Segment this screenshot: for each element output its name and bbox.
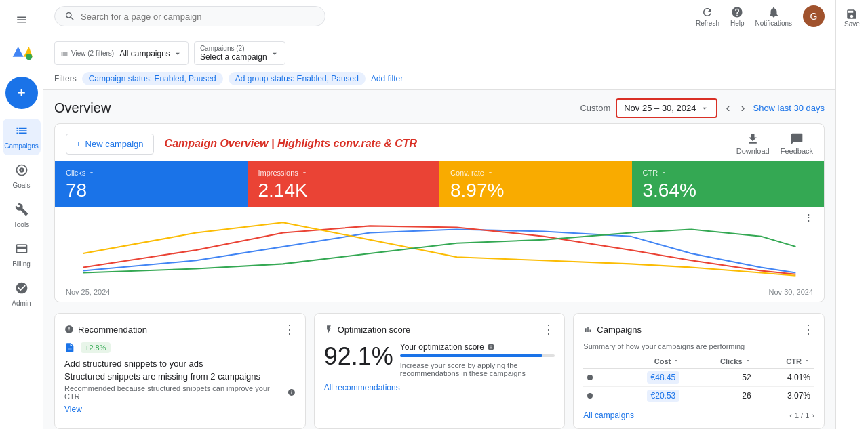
notifications-button[interactable]: Notifications (755, 6, 792, 27)
campaign-selector-label: Campaigns (2) (200, 45, 267, 52)
all-recommendations-link[interactable]: All recommendations (324, 383, 555, 392)
cards-grid: Recommendation ⋮ +2.8% Add structured sn… (54, 313, 825, 429)
prev-page[interactable]: ‹ (789, 411, 792, 420)
save-button[interactable]: Save (842, 5, 863, 30)
chart-dates: Nov 25, 2024 Nov 30, 2024 (55, 288, 824, 302)
save-label: Save (844, 20, 860, 28)
download-icon (746, 132, 760, 146)
metric-conv-rate: Conv. rate 8.97% (439, 161, 632, 207)
date-prev[interactable]: ‹ (723, 98, 732, 118)
new-campaign-button[interactable]: + New campaign (66, 134, 154, 155)
campaigns-table: Cost Clicks CTR (583, 354, 814, 405)
rec-item-icon (64, 342, 75, 353)
opt-title: Optimization score (338, 325, 411, 335)
col-clicks[interactable]: Clicks (684, 354, 755, 369)
left-sidebar: + Campaigns Goals Tools Billing Admin (0, 0, 43, 429)
sidebar-item-admin[interactable]: Admin (3, 276, 41, 312)
add-filter-button[interactable]: Add filter (371, 74, 403, 83)
svg-point-0 (26, 54, 32, 60)
campaign-heading-highlight: conv.rate & CTR (334, 138, 418, 149)
content-area: Overview Custom Nov 25 – 30, 2024 ‹ › Sh… (43, 90, 835, 429)
filter-chip-campaign-status[interactable]: Campaign status: Enabled, Paused (82, 72, 223, 85)
sidebar-item-label: Campaigns (4, 142, 39, 150)
save-icon (846, 8, 858, 20)
feedback-button[interactable]: Feedback (781, 132, 813, 155)
show-last-button[interactable]: Show last 30 days (753, 103, 825, 113)
create-button[interactable]: + (5, 77, 38, 109)
metric-ctr: CTR 3.64% (632, 161, 825, 207)
refresh-label: Refresh (696, 20, 719, 27)
col-ctr[interactable]: CTR (755, 354, 814, 369)
date-next[interactable]: › (738, 98, 747, 118)
conv-rate-label: Conv. rate (450, 169, 484, 177)
sidebar-item-billing[interactable]: Billing (3, 237, 41, 273)
campaigns-card-icon (583, 325, 593, 334)
top-icons: Refresh Help Notifications G (696, 5, 825, 27)
rec-view-link[interactable]: View (64, 405, 82, 414)
pagination: ‹ 1 / 1 › (789, 411, 814, 420)
sidebar-item-tools[interactable]: Tools (3, 197, 41, 234)
feedback-label: Feedback (781, 147, 813, 155)
rec-item: +2.8% (64, 342, 296, 353)
opt-bar-bg (400, 354, 555, 357)
filter-chip-adgroup-status[interactable]: Ad group status: Enabled, Paused (229, 72, 366, 85)
chart-menu[interactable]: ⋮ (804, 212, 813, 222)
search-bar[interactable] (54, 6, 326, 26)
sidebar-item-label: Admin (12, 300, 31, 307)
help-button[interactable]: Help (730, 6, 745, 27)
tools-icon (15, 203, 28, 220)
recommendation-icon (64, 325, 74, 334)
notifications-label: Notifications (755, 20, 792, 27)
sidebar-item-label: Tools (14, 221, 29, 228)
campaign-title-area: + New campaign Campaign Overview | Highl… (66, 134, 417, 155)
rec-desc: Recommended because structured snippets … (64, 384, 296, 401)
ctr-cell: 4.01% (755, 369, 814, 387)
refresh-button[interactable]: Refresh (696, 6, 719, 27)
rec-more-button[interactable]: ⋮ (283, 322, 296, 337)
sidebar-item-campaigns[interactable]: Campaigns (3, 119, 41, 155)
date-range: Nov 25 – 30, 2024 (624, 103, 696, 113)
google-ads-logo (8, 36, 35, 68)
all-campaigns-link[interactable]: All campaigns (583, 411, 634, 420)
plus-icon: + (17, 84, 26, 102)
campaign-heading: Campaign Overview | Highlights conv.rate… (165, 138, 418, 150)
main-content: Refresh Help Notifications G View (2 fil… (43, 0, 835, 429)
metric-clicks: Clicks 78 (55, 161, 248, 207)
campaign-selector[interactable]: Campaigns (2) Select a campaign (194, 41, 285, 65)
conv-rate-value: 8.97% (450, 180, 621, 201)
ctr-cell: 3.07% (755, 387, 814, 405)
menu-icon[interactable] (7, 5, 36, 36)
plus-icon: + (76, 139, 81, 149)
selectors-bar: View (2 filters) All campaigns Campaigns… (43, 33, 835, 90)
optimization-card: Optimization score ⋮ 92.1% Your optimiza… (314, 313, 566, 429)
new-campaign-label: New campaign (85, 139, 144, 149)
search-input[interactable] (81, 12, 315, 22)
overview-header: Overview Custom Nov 25 – 30, 2024 ‹ › Sh… (54, 90, 825, 123)
recommendation-card: Recommendation ⋮ +2.8% Add structured sn… (54, 313, 306, 429)
sidebar-item-goals[interactable]: Goals (3, 158, 41, 195)
overview-actions: Download Feedback (736, 132, 813, 155)
clicks-cell: 52 (684, 369, 755, 387)
page-title: Overview (54, 100, 111, 116)
impressions-label: Impressions (258, 169, 298, 177)
avatar[interactable]: G (803, 5, 825, 27)
col-cost[interactable]: Cost (608, 354, 684, 369)
view-selector[interactable]: View (2 filters) All campaigns (54, 41, 189, 65)
download-button[interactable]: Download (736, 132, 770, 155)
sidebar-item-label: Billing (12, 260, 31, 268)
filters-label: Filters (54, 74, 77, 83)
clicks-cell: 26 (684, 387, 755, 405)
campaigns-more-button[interactable]: ⋮ (802, 322, 814, 337)
top-bar: Refresh Help Notifications G (43, 0, 835, 33)
opt-more-button[interactable]: ⋮ (542, 322, 555, 337)
admin-icon (15, 281, 28, 298)
download-label: Download (736, 147, 770, 155)
right-sidebar: Save (835, 0, 868, 429)
billing-icon (15, 242, 28, 259)
date-picker[interactable]: Nov 25 – 30, 2024 (616, 98, 717, 118)
next-page[interactable]: › (812, 411, 814, 420)
rec-main-text: Structured snippets are missing from 2 c… (64, 371, 296, 382)
rec-item-title: Add structured snippets to your ads (64, 359, 296, 369)
table-row: €20.53 26 3.07% (583, 387, 814, 405)
rec-info-icon (288, 388, 296, 396)
